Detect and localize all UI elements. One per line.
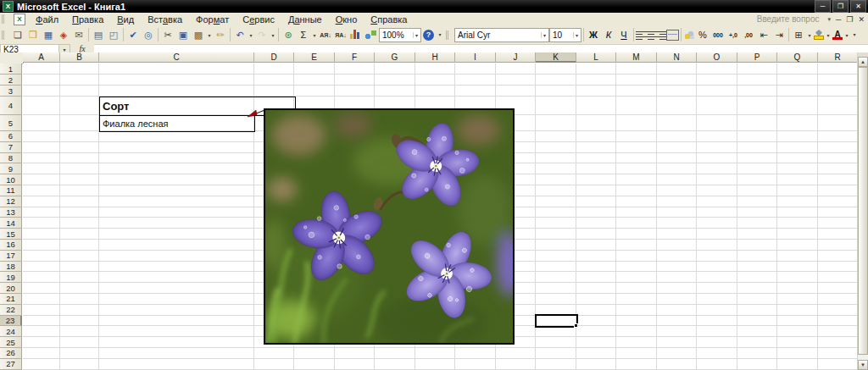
restore-button[interactable]: ❐	[832, 0, 849, 13]
row-header-18[interactable]: 18	[0, 262, 22, 273]
minimize-button[interactable]: ─	[815, 0, 831, 13]
row-header-21[interactable]: 21	[0, 294, 22, 305]
align-left-icon[interactable]	[636, 30, 646, 40]
spelling-icon[interactable]: ✔	[125, 27, 141, 42]
percent-style-icon[interactable]: %	[695, 27, 710, 42]
column-header-e[interactable]: E	[294, 52, 335, 63]
column-header-g[interactable]: G	[375, 52, 415, 63]
save-icon[interactable]: ▦	[41, 27, 56, 42]
help-icon[interactable]: ?	[423, 30, 434, 41]
borders-dropdown-icon[interactable]: ▾	[806, 32, 813, 38]
row-header-14[interactable]: 14	[0, 218, 22, 229]
row-header-15[interactable]: 15	[0, 229, 22, 240]
row-header-11[interactable]: 11	[0, 185, 22, 196]
menu-item[interactable]: Вид	[110, 14, 141, 25]
row-header-26[interactable]: 26	[0, 348, 22, 359]
menu-item[interactable]: Файл	[29, 14, 65, 25]
column-header-p[interactable]: P	[737, 52, 777, 63]
toolbar-options-formatting-icon[interactable]: ▾	[850, 27, 859, 42]
chart-wizard-icon[interactable]	[348, 27, 364, 42]
fill-color-dropdown-icon[interactable]: ▾	[825, 32, 832, 38]
row-header-13[interactable]: 13	[0, 207, 22, 218]
increase-indent-icon[interactable]: ⇥	[771, 27, 787, 42]
font-size-box[interactable]: 10▾	[549, 28, 581, 42]
undo-icon[interactable]: ↶	[232, 27, 248, 42]
row-header-24[interactable]: 24	[0, 326, 22, 337]
font-color-dropdown-icon[interactable]: ▾	[843, 32, 850, 38]
new-document-icon[interactable]: ❏	[10, 27, 25, 42]
row-header-10[interactable]: 10	[0, 174, 22, 185]
column-header-i[interactable]: I	[455, 52, 496, 63]
borders-icon[interactable]: ⊞	[791, 27, 806, 42]
open-folder-icon[interactable]: ❒	[25, 27, 41, 42]
font-name-box[interactable]: Arial Cyr▾	[454, 28, 549, 42]
zoom-box[interactable]: 100%▾	[379, 28, 421, 42]
undo-dropdown-icon[interactable]: ▾	[248, 32, 254, 38]
fill-handle[interactable]	[574, 323, 578, 328]
font-color-icon[interactable]: А	[832, 29, 843, 41]
scroll-up-icon[interactable]: ▲	[858, 57, 868, 67]
row-header-12[interactable]: 12	[0, 196, 22, 207]
permission-icon[interactable]: ◈	[56, 27, 71, 42]
close-button[interactable]: ✕	[850, 0, 866, 13]
scroll-down-icon[interactable]: ▼	[858, 360, 868, 370]
column-header-h[interactable]: H	[415, 52, 455, 63]
underline-icon[interactable]: Ч	[616, 27, 632, 42]
standard-toolbar-grip[interactable]	[2, 30, 8, 40]
autosum-icon[interactable]: Σ	[296, 27, 311, 42]
row-header-7[interactable]: 7	[0, 142, 22, 153]
row-header-3[interactable]: 3	[0, 86, 22, 97]
menu-item[interactable]: Данные	[281, 14, 329, 25]
menu-item[interactable]: Справка	[364, 14, 414, 25]
formula-input[interactable]	[94, 44, 868, 52]
scrollbar-thumb[interactable]	[858, 67, 868, 355]
decrease-indent-icon[interactable]: ⇤	[756, 27, 771, 42]
font-size-box-dropdown-icon[interactable]: ▾	[573, 32, 578, 38]
column-header-r[interactable]: R	[818, 52, 858, 63]
decrease-decimal-icon[interactable]: ,00	[741, 27, 756, 42]
italic-icon[interactable]: К	[601, 27, 616, 42]
column-header-l[interactable]: L	[576, 52, 616, 63]
redo-icon[interactable]: ↷	[254, 27, 270, 42]
format-painter-icon[interactable]: ✏	[213, 27, 228, 42]
comment-image[interactable]	[264, 108, 515, 345]
research-icon[interactable]: ◎	[141, 27, 156, 42]
column-header-m[interactable]: M	[616, 52, 657, 63]
type-question-box[interactable]: Введите вопрос	[757, 14, 828, 24]
row-header-1[interactable]: 1	[0, 64, 22, 75]
email-icon[interactable]: ✉	[71, 27, 86, 42]
column-header-b[interactable]: B	[60, 52, 99, 63]
comma-style-icon[interactable]: 000	[710, 27, 726, 42]
row-header-8[interactable]: 8	[0, 153, 22, 164]
column-header-f[interactable]: F	[335, 52, 375, 63]
insert-hyperlink-icon[interactable]: ⊛	[281, 27, 296, 42]
redo-dropdown-icon[interactable]: ▾	[270, 32, 276, 38]
row-header-16[interactable]: 16	[0, 240, 22, 251]
currency-style-icon[interactable]	[683, 30, 695, 40]
row-header-19[interactable]: 19	[0, 272, 22, 283]
formatting-toolbar-grip[interactable]	[446, 30, 453, 40]
cell-c5[interactable]: Фиалка лесная	[99, 115, 255, 132]
row-header-2[interactable]: 2	[0, 75, 22, 86]
column-header-q[interactable]: Q	[777, 52, 818, 63]
row-header-25[interactable]: 25	[0, 337, 22, 348]
column-header-n[interactable]: N	[657, 52, 697, 63]
restore-workbook-button[interactable]: ❐	[846, 15, 853, 24]
row-header-4[interactable]: 4	[0, 97, 22, 115]
menu-item[interactable]: Вставка	[141, 14, 189, 25]
paste-icon[interactable]: ▩	[191, 27, 206, 42]
worksheet-menu-icon[interactable]: X	[14, 14, 25, 25]
paste-dropdown-icon[interactable]: ▾	[206, 32, 213, 38]
sheet-cells[interactable]: Сорт Фиалка лесная	[23, 64, 858, 370]
row-header-20[interactable]: 20	[0, 283, 22, 294]
menu-item[interactable]: Сервис	[236, 14, 281, 25]
row-header-23[interactable]: 23	[0, 316, 22, 327]
column-header-o[interactable]: O	[697, 52, 737, 63]
menu-item[interactable]: Окно	[329, 14, 364, 25]
select-all-corner[interactable]	[0, 52, 24, 64]
align-right-icon[interactable]	[656, 30, 666, 40]
print-icon[interactable]: ▤	[91, 27, 106, 42]
autosum-dropdown-icon[interactable]: ▾	[311, 32, 318, 38]
row-header-22[interactable]: 22	[0, 305, 22, 316]
cut-icon[interactable]: ✂	[160, 27, 175, 42]
